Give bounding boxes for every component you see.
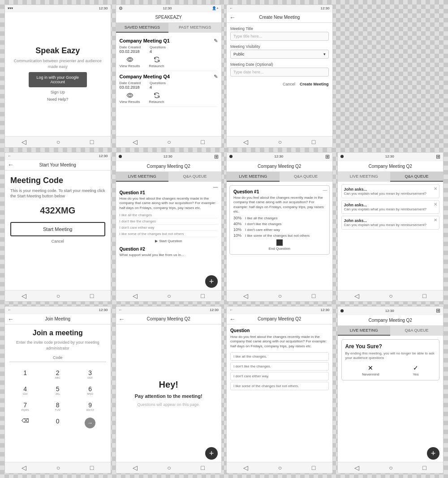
numpad-6[interactable]: 6MNO — [74, 383, 106, 398]
back-button-create[interactable]: ← — [229, 14, 236, 21]
home-nav-icon[interactable]: ○ — [56, 292, 60, 299]
sign-up-link[interactable]: Sign Up — [51, 90, 65, 94]
numpad-4[interactable]: 4GHI — [9, 383, 41, 398]
add-person-icon[interactable]: 👤+ — [212, 6, 219, 10]
recent-nav-icon[interactable]: □ — [422, 464, 426, 471]
settings-icon[interactable] — [119, 6, 123, 11]
create-meeting-button[interactable]: Create Meeting — [300, 82, 329, 86]
recent-nav-icon[interactable]: □ — [201, 292, 204, 299]
relaunch-q1[interactable]: Relaunch — [149, 56, 164, 68]
add-question-fab[interactable]: + — [205, 275, 218, 288]
start-question-action[interactable]: ▶ Start Question — [120, 239, 218, 243]
back-button-qv[interactable]: ← — [229, 316, 236, 323]
tab-live-aq[interactable]: LIVE MEETING — [227, 172, 280, 182]
home-nav-icon[interactable]: ○ — [278, 292, 282, 299]
back-nav-icon[interactable]: ◁ — [133, 292, 138, 299]
help-link[interactable]: Need Help? — [47, 97, 69, 102]
recent-nav-icon[interactable]: □ — [90, 464, 94, 471]
home-nav-icon[interactable]: ○ — [278, 138, 282, 145]
tab-qa-confirm[interactable]: Q&A QUEUE — [390, 326, 443, 336]
back-nav-icon[interactable]: ◁ — [243, 464, 248, 471]
numpad-8[interactable]: 8TUV — [42, 399, 74, 414]
back-icon-qv[interactable]: ← — [229, 308, 233, 312]
back-nav-icon[interactable]: ◁ — [354, 292, 359, 299]
date-input[interactable]: Type date here... — [230, 68, 329, 77]
back-nav-icon[interactable]: ◁ — [243, 292, 248, 299]
back-icon-hey[interactable]: ← — [119, 308, 122, 312]
back-nav-icon[interactable]: ◁ — [243, 138, 248, 145]
home-nav-icon[interactable]: ○ — [167, 138, 171, 145]
join-code-input[interactable] — [9, 354, 106, 362]
back-nav-icon[interactable]: ◁ — [22, 138, 26, 145]
numpad-5[interactable]: 5JKL — [42, 383, 74, 398]
add-question-fab-confirm[interactable]: + — [427, 447, 439, 460]
relaunch-q4[interactable]: Relaunch — [149, 92, 164, 104]
recent-nav-icon[interactable]: □ — [312, 292, 315, 299]
pencil-icon-q1[interactable] — [214, 38, 218, 44]
option-view-2[interactable]: I don't like the changes. — [230, 362, 329, 371]
google-login-button[interactable]: Log in with your Google Account — [29, 72, 87, 87]
option-view-3[interactable]: I don't care either way. — [230, 372, 329, 380]
home-nav-icon[interactable]: ○ — [278, 464, 282, 471]
back-nav-icon[interactable]: ◁ — [22, 292, 26, 299]
back-nav-icon[interactable]: ◁ — [133, 138, 138, 145]
back-button-code[interactable]: ← — [8, 161, 14, 168]
visibility-select[interactable]: Public ▾ — [230, 50, 329, 59]
tab-qa-aq[interactable]: Q&A QUEUE — [280, 172, 332, 182]
tab-past-meetings[interactable]: PAST MEETINGS — [168, 23, 221, 33]
cancel-link[interactable]: Cancel — [10, 239, 105, 243]
view-results-q4[interactable]: View Results — [120, 92, 140, 104]
option-view-1[interactable]: I like all the changes. — [230, 352, 329, 361]
home-nav-icon[interactable]: ○ — [389, 464, 392, 471]
grid-icon[interactable] — [214, 154, 219, 160]
recent-nav-icon[interactable]: □ — [90, 138, 94, 145]
grid-icon[interactable] — [436, 307, 440, 314]
pencil-icon-q4[interactable] — [214, 74, 218, 80]
yes-button[interactable]: ✓ Yes — [413, 364, 419, 376]
home-nav-icon[interactable]: ○ — [167, 464, 171, 471]
recent-nav-icon[interactable]: □ — [422, 292, 426, 299]
back-icon-create[interactable]: ← — [229, 6, 233, 10]
recent-nav-icon[interactable]: □ — [201, 464, 204, 471]
back-icon-join[interactable]: ← — [8, 308, 11, 312]
close-qa-3[interactable]: ✕ — [434, 218, 437, 222]
recent-nav-icon[interactable]: □ — [90, 292, 94, 299]
back-nav-icon[interactable]: ◁ — [354, 464, 359, 471]
close-modal-icon[interactable]: — — [323, 188, 327, 192]
back-button-join[interactable]: ← — [8, 316, 14, 323]
back-nav-icon[interactable]: ◁ — [22, 464, 26, 471]
numpad-backspace[interactable]: ⌫ — [9, 415, 41, 431]
home-nav-icon[interactable]: ○ — [389, 292, 392, 299]
back-button-hey[interactable]: ← — [119, 316, 125, 323]
numpad-7[interactable]: 7PQRS — [9, 399, 41, 414]
numpad-1[interactable]: 1 — [9, 367, 41, 382]
recent-nav-icon[interactable]: □ — [312, 464, 315, 471]
add-question-fab-hey[interactable]: + — [205, 447, 218, 460]
home-nav-icon[interactable]: ○ — [56, 464, 60, 471]
numpad-0[interactable]: 0 — [42, 415, 74, 431]
cancel-button[interactable]: Cancel — [283, 82, 295, 86]
close-qa-1[interactable]: ✕ — [434, 186, 437, 191]
close-qa-2[interactable]: ✕ — [434, 202, 437, 207]
end-question-button[interactable]: End Question — [233, 239, 326, 251]
numpad-3[interactable]: 3DEF — [74, 367, 106, 382]
start-meeting-button[interactable]: Start Meeting — [10, 222, 105, 236]
tab-live-qa[interactable]: LIVE MEETING — [338, 172, 391, 182]
grid-icon[interactable] — [436, 154, 440, 160]
option-view-4[interactable]: I like some of the changes but not other… — [230, 382, 329, 390]
tab-qa-queue[interactable]: Q&A QUEUE — [390, 172, 443, 182]
tab-live-confirm[interactable]: LIVE MEETING — [338, 326, 391, 336]
nevermind-button[interactable]: ✕ Nevermind — [362, 364, 379, 376]
back-icon-code[interactable]: ← — [8, 154, 11, 158]
numpad-9[interactable]: 9WXYZ — [74, 399, 106, 414]
recent-nav-icon[interactable]: □ — [312, 138, 315, 145]
home-nav-icon[interactable]: ○ — [167, 292, 171, 299]
home-nav-icon[interactable]: ○ — [56, 138, 60, 145]
view-results-q1[interactable]: View Results — [120, 56, 140, 68]
back-nav-icon[interactable]: ◁ — [133, 464, 138, 471]
tab-saved-meetings[interactable]: SAVED MEETINGS — [116, 23, 169, 33]
numpad-2[interactable]: 2ABC — [42, 367, 74, 382]
numpad-submit[interactable]: → — [74, 415, 106, 431]
tab-qa-queue[interactable]: Q&A QUEUE — [168, 172, 221, 182]
title-input[interactable]: Type title here... — [230, 32, 329, 41]
